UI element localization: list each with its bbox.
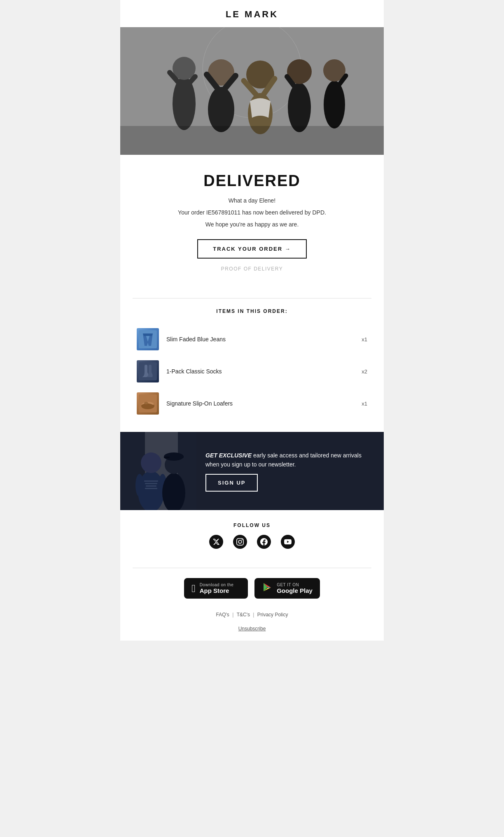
apple-icon:  — [191, 583, 196, 594]
delivered-order-message: Your order IE567891011 has now been deli… — [137, 208, 367, 217]
signup-button[interactable]: SIGN UP — [205, 474, 258, 492]
item-thumbnail-jeans — [137, 328, 159, 350]
item-thumbnail-loafers — [137, 392, 159, 415]
email-header: LE MARK — [120, 0, 384, 27]
tc-link[interactable]: T&C's — [237, 612, 250, 618]
follow-title: FOLLOW US — [128, 522, 376, 528]
svg-point-31 — [141, 452, 161, 473]
svg-point-27 — [144, 402, 148, 404]
delivered-happy-message: We hope you're as happy as we are. — [137, 221, 367, 228]
instagram-icon[interactable] — [233, 535, 247, 549]
delivered-title: DELIVERED — [137, 172, 367, 190]
svg-rect-24 — [149, 365, 152, 373]
app-store-sub: Download on the — [200, 583, 234, 587]
email-wrapper: LE MARK — [120, 0, 384, 641]
google-play-text: GET IT ON Google Play — [277, 583, 313, 595]
item-name-socks: 1-Pack Classic Socks — [166, 368, 356, 375]
google-play-main: Google Play — [277, 587, 313, 595]
footer-links: FAQ's | T&C's | Privacy Policy — [120, 609, 384, 623]
app-store-divider — [133, 568, 371, 568]
track-order-button[interactable]: TRACK YOUR ORDER → — [197, 239, 307, 259]
item-thumbnail-socks — [137, 360, 159, 382]
item-qty-socks: x2 — [356, 368, 367, 375]
item-qty-loafers: x1 — [356, 401, 367, 407]
items-section: ITEMS IN THIS ORDER: Slim Faded Blue Jea… — [120, 308, 384, 432]
newsletter-image — [120, 432, 196, 510]
footer-separator-2: | — [253, 612, 255, 618]
delivered-section: DELIVERED What a day Elene! Your order I… — [120, 155, 384, 288]
svg-rect-34 — [146, 485, 156, 487]
app-store-button[interactable]:  Download on the App Store — [184, 578, 248, 599]
hero-image — [120, 27, 384, 155]
newsletter-text: GET EXCLUSIVE early sale access and tail… — [205, 451, 372, 469]
hero-svg — [120, 27, 384, 155]
svg-point-36 — [135, 474, 144, 497]
items-section-title: ITEMS IN THIS ORDER: — [137, 308, 367, 314]
svg-rect-35 — [145, 488, 157, 489]
app-buttons:  Download on the App Store GET IT ON Go… — [120, 578, 384, 609]
google-play-button[interactable]: GET IT ON Google Play — [254, 578, 320, 599]
google-play-sub: GET IT ON — [277, 583, 313, 587]
newsletter-banner: GET EXCLUSIVE early sale access and tail… — [120, 432, 384, 510]
unsubscribe-link[interactable]: Unsubscribe — [238, 626, 266, 632]
item-qty-jeans: x1 — [356, 336, 367, 343]
youtube-icon[interactable] — [281, 535, 295, 549]
svg-rect-42 — [164, 457, 170, 458]
table-row: 1-Pack Classic Socks x2 — [137, 355, 367, 387]
faq-link[interactable]: FAQ's — [216, 612, 229, 618]
svg-rect-32 — [144, 480, 158, 482]
svg-rect-23 — [145, 365, 147, 373]
privacy-link[interactable]: Privacy Policy — [257, 612, 288, 618]
svg-rect-20 — [120, 126, 384, 155]
newsletter-content: GET EXCLUSIVE early sale access and tail… — [196, 432, 384, 510]
google-play-icon — [262, 582, 273, 595]
svg-point-2 — [173, 77, 196, 130]
table-row: Slim Faded Blue Jeans x1 — [137, 323, 367, 355]
follow-section: FOLLOW US — [120, 510, 384, 560]
svg-rect-22 — [139, 362, 157, 380]
item-name-loafers: Signature Slip-On Loafers — [166, 400, 356, 407]
item-name-jeans: Slim Faded Blue Jeans — [166, 336, 356, 343]
footer-separator-1: | — [232, 612, 235, 618]
twitter-x-icon[interactable] — [209, 535, 223, 549]
app-store-main: App Store — [200, 587, 234, 595]
svg-rect-33 — [145, 483, 157, 484]
delivered-greeting: What a day Elene! — [137, 197, 367, 204]
social-icons — [128, 535, 376, 549]
brand-logo: LE MARK — [120, 9, 384, 20]
unsubscribe-section: Unsubscribe — [120, 623, 384, 641]
section-divider — [133, 298, 371, 298]
app-store-text: Download on the App Store — [200, 583, 234, 595]
table-row: Signature Slip-On Loafers x1 — [137, 387, 367, 420]
svg-rect-21 — [139, 330, 157, 348]
proof-of-delivery-link[interactable]: PROOF OF DELIVERY — [137, 266, 367, 272]
facebook-icon[interactable] — [257, 535, 271, 549]
